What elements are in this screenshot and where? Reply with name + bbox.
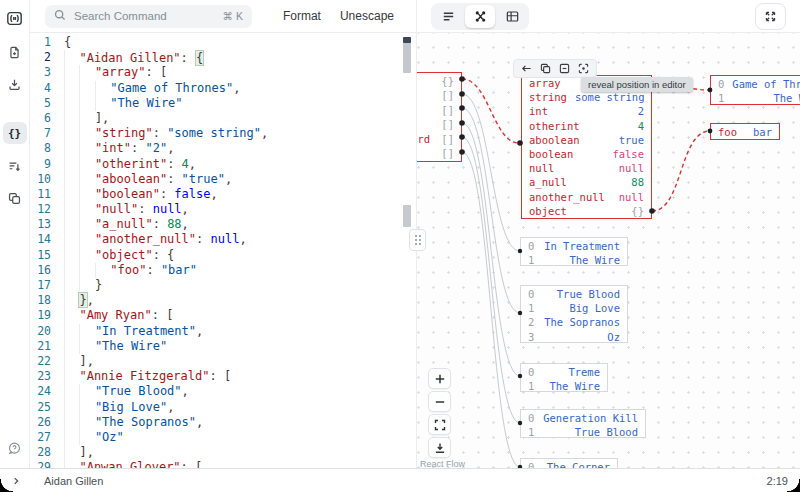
code-line[interactable]: 25"Big Love", bbox=[30, 400, 416, 415]
root-object-node[interactable]: Aidan Gillen{}Amy Ryan[]Annie Fitzgerald… bbox=[417, 72, 462, 162]
code-line[interactable]: 8"int": "2", bbox=[30, 141, 416, 156]
code-line[interactable]: 6], bbox=[30, 111, 416, 126]
node-row[interactable]: 2The Sopranos bbox=[521, 315, 627, 329]
code-line[interactable]: 23"Annie Fitzgerald": [ bbox=[30, 369, 416, 384]
node-row[interactable]: 0The Corner bbox=[521, 460, 617, 468]
code-line[interactable]: 10"aboolean": "true", bbox=[30, 172, 416, 187]
line-number: 4 bbox=[30, 81, 60, 96]
scrollbar-cursor-mark bbox=[403, 37, 411, 43]
alice-farmer-items-node[interactable]: 0The Corner bbox=[520, 458, 618, 468]
selected-object-node[interactable]: array[]stringsome stringint2otherint4abo… bbox=[521, 75, 652, 219]
node-row[interactable]: Alice Farmer[] bbox=[417, 146, 461, 160]
reveal-in-editor-button[interactable] bbox=[521, 63, 532, 74]
node-row[interactable]: 0Game of Thrones bbox=[711, 77, 800, 91]
anwan-glover-items-node[interactable]: 0Treme1The Wire bbox=[520, 363, 608, 392]
node-row[interactable]: nullnull bbox=[522, 161, 651, 175]
foo-object-node[interactable]: foobar bbox=[710, 123, 780, 140]
alexander-items-node[interactable]: 0Generation Kill1True Blood bbox=[520, 409, 646, 438]
code-line[interactable]: 4"Game of Thrones", bbox=[30, 81, 416, 96]
code-line[interactable]: 29"Anwan Glover": [ bbox=[30, 460, 416, 468]
node-row[interactable]: a_null88 bbox=[522, 175, 651, 189]
node-row[interactable]: 1The Wire bbox=[521, 253, 627, 266]
code-line[interactable]: 13"a_null": 88, bbox=[30, 217, 416, 232]
unescape-button[interactable]: Unescape bbox=[340, 9, 394, 23]
code-line[interactable]: 28], bbox=[30, 445, 416, 460]
code-line[interactable]: 24"True Blood", bbox=[30, 384, 416, 399]
zoom-out-button[interactable] bbox=[428, 391, 451, 412]
collapse-node-button[interactable] bbox=[559, 63, 570, 74]
download-button[interactable] bbox=[5, 74, 25, 94]
text-view-tab[interactable] bbox=[433, 5, 463, 28]
node-row[interactable]: Alexander Skarsgård[] bbox=[417, 132, 461, 146]
collapse-panel-chevron-icon[interactable] bbox=[8, 473, 24, 489]
graph-view-tab[interactable] bbox=[465, 5, 495, 28]
annie-fitzgerald-items-node[interactable]: 0True Blood1Big Love2The Sopranos3Oz bbox=[520, 285, 628, 343]
node-row[interactable]: 0Treme bbox=[521, 365, 607, 379]
node-row[interactable]: foobar bbox=[711, 125, 779, 139]
code-line[interactable]: 21"The Wire" bbox=[30, 339, 416, 354]
node-row[interactable]: abooleantrue bbox=[522, 133, 651, 147]
fit-view-button[interactable] bbox=[428, 414, 451, 435]
graph-canvas[interactable]: Aidan Gillen{}Amy Ryan[]Annie Fitzgerald… bbox=[417, 33, 800, 468]
node-row[interactable]: 0In Treatment bbox=[521, 239, 627, 253]
code-line[interactable]: 9"otherint": 4, bbox=[30, 157, 416, 172]
code-line[interactable]: 18}, bbox=[30, 293, 416, 308]
zoom-in-button[interactable] bbox=[428, 368, 451, 389]
save-image-button[interactable] bbox=[428, 437, 451, 458]
fullscreen-button[interactable] bbox=[755, 3, 786, 30]
panel-resize-handle[interactable] bbox=[409, 229, 426, 251]
help-button[interactable] bbox=[5, 438, 25, 458]
code-line[interactable]: 1{ bbox=[30, 35, 416, 50]
code-line[interactable]: 15"object": { bbox=[30, 248, 416, 263]
code-line[interactable]: 3"array": [ bbox=[30, 65, 416, 80]
node-row[interactable]: 0True Blood bbox=[521, 287, 627, 301]
grip-dots-icon bbox=[415, 235, 421, 245]
array-items-node[interactable]: 0Game of Thrones1The Wire bbox=[710, 75, 800, 105]
node-row[interactable]: otherint4 bbox=[522, 119, 651, 133]
node-row[interactable]: Annie Fitzgerald[] bbox=[417, 103, 461, 117]
code-line[interactable]: 22], bbox=[30, 354, 416, 369]
node-row[interactable]: 1Big Love bbox=[521, 301, 627, 315]
table-view-tab[interactable] bbox=[497, 5, 527, 28]
code-line[interactable]: 17} bbox=[30, 278, 416, 293]
code-line[interactable]: 12"null": null, bbox=[30, 202, 416, 217]
command-search[interactable]: ⌘ K bbox=[45, 5, 252, 28]
node-row[interactable]: booleanfalse bbox=[522, 147, 651, 161]
code-line[interactable]: 26"The Sopranos", bbox=[30, 415, 416, 430]
node-row[interactable]: 1The Wire bbox=[521, 379, 607, 392]
json-view-button[interactable]: {} bbox=[3, 122, 27, 144]
code-line[interactable]: 16"foo": "bar" bbox=[30, 263, 416, 278]
amy-ryan-items-node[interactable]: 0In Treatment1The Wire bbox=[520, 237, 628, 266]
code-line[interactable]: 7"string": "some string", bbox=[30, 126, 416, 141]
compare-button[interactable] bbox=[5, 188, 25, 208]
line-number: 16 bbox=[30, 263, 60, 278]
new-document-button[interactable] bbox=[5, 42, 25, 62]
node-row[interactable]: 1True Blood bbox=[521, 425, 645, 438]
transform-button[interactable] bbox=[5, 156, 25, 176]
node-row[interactable]: object{} bbox=[522, 204, 651, 218]
focus-node-button[interactable] bbox=[578, 63, 589, 74]
node-row[interactable]: 3Oz bbox=[521, 330, 627, 343]
code-line[interactable]: 11"boolean": false, bbox=[30, 187, 416, 202]
code-line[interactable]: 19"Amy Ryan": [ bbox=[30, 308, 416, 323]
code-line[interactable]: 20"In Treatment", bbox=[30, 324, 416, 339]
node-row[interactable]: Amy Ryan[] bbox=[417, 88, 461, 102]
code-line[interactable]: 14"another_null": null, bbox=[30, 232, 416, 247]
json-code-editor[interactable]: 1{2"Aidan Gillen": {3"array": [4"Game of… bbox=[30, 33, 417, 468]
node-row[interactable]: stringsome string bbox=[522, 90, 651, 104]
code-line[interactable]: 27"Oz" bbox=[30, 430, 416, 445]
node-row[interactable]: Anwan Glover[] bbox=[417, 117, 461, 131]
code-line[interactable]: 5"The Wire" bbox=[30, 96, 416, 111]
node-row[interactable]: Aidan Gillen{} bbox=[417, 74, 461, 88]
duplicate-node-button[interactable] bbox=[540, 63, 551, 74]
node-row[interactable]: 0Generation Kill bbox=[521, 411, 645, 425]
line-number: 6 bbox=[30, 111, 60, 126]
node-row[interactable]: 1The Wire bbox=[711, 91, 800, 105]
node-row[interactable]: another_nullnull bbox=[522, 190, 651, 204]
line-number: 21 bbox=[30, 339, 60, 354]
code-line[interactable]: 2"Aidan Gillen": { bbox=[30, 50, 416, 65]
search-input[interactable] bbox=[72, 9, 217, 23]
scrollbar-decoration bbox=[403, 205, 411, 227]
node-row[interactable]: int2 bbox=[522, 104, 651, 118]
format-button[interactable]: Format bbox=[283, 9, 321, 23]
